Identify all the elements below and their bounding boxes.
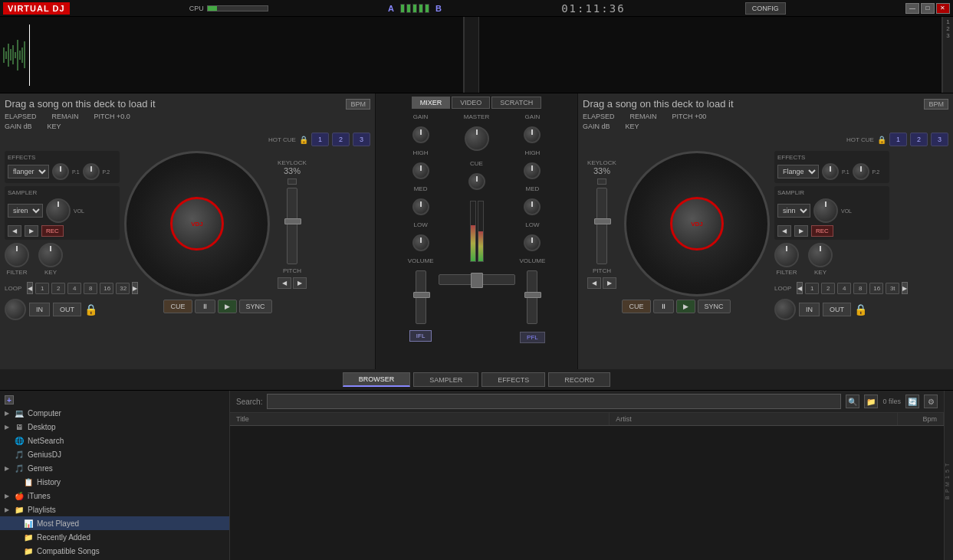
search-input[interactable] xyxy=(267,394,841,409)
right-filter-knob[interactable] xyxy=(774,243,799,267)
waveform-left[interactable] xyxy=(0,17,464,93)
sidebar-item[interactable]: 📊 Most Played xyxy=(0,516,229,530)
left-p1-knob[interactable] xyxy=(52,163,69,180)
left-high-knob[interactable] xyxy=(412,162,429,179)
right-out-button[interactable]: oUT xyxy=(823,303,851,316)
left-sampler-prev[interactable]: ◀ xyxy=(8,225,21,237)
sidebar-item[interactable]: 📋 History xyxy=(0,475,229,489)
right-loop-3t[interactable]: 3t xyxy=(886,283,899,294)
left-vol-knob[interactable] xyxy=(46,198,71,223)
right-loop-16[interactable]: 16 xyxy=(869,283,883,294)
search-icon[interactable]: 🔍 xyxy=(846,395,859,408)
right-sampler-select[interactable]: sinn xyxy=(777,204,810,218)
left-hotcue-2[interactable]: 2 xyxy=(332,133,350,146)
crossfader[interactable] xyxy=(439,274,515,285)
left-pitch-up[interactable]: ▶ xyxy=(293,277,307,289)
left-loop-2[interactable]: 2 xyxy=(51,283,65,294)
left-vol-fader[interactable] xyxy=(416,270,426,324)
sidebar-item[interactable]: 🎵 GeniusDJ xyxy=(0,447,229,461)
right-loop-next[interactable]: ▶ xyxy=(902,282,908,294)
sidebar-item[interactable]: 🌐 NetSearch xyxy=(0,434,229,447)
right-sampler-prev[interactable]: ◀ xyxy=(777,225,791,237)
settings-icon[interactable]: ⚙ xyxy=(924,395,938,408)
right-pitch-up[interactable]: ▶ xyxy=(603,277,616,289)
mixer-tab-video[interactable]: VIDEO xyxy=(452,97,490,109)
col-header-title[interactable]: Title xyxy=(230,413,610,425)
right-pitch-down[interactable]: ◀ xyxy=(587,277,601,289)
right-loop-1[interactable]: 1 xyxy=(805,283,819,294)
sidebar-item[interactable]: ▶ 🍎 iTunes xyxy=(0,489,229,503)
right-hotcue-1[interactable]: 1 xyxy=(889,133,907,146)
cue-knob[interactable] xyxy=(468,173,485,190)
left-low-knob[interactable] xyxy=(412,234,429,251)
left-key-knob[interactable] xyxy=(38,243,63,267)
sidebar-item[interactable]: ▶ 🖥 Desktop xyxy=(0,420,229,434)
left-shift-knob[interactable] xyxy=(5,299,26,320)
left-hotcue-1[interactable]: 1 xyxy=(311,133,329,146)
left-out-button[interactable]: OUT xyxy=(53,303,81,316)
browser-tab-browser[interactable]: BROWSER xyxy=(343,372,411,387)
browser-tab-effects[interactable]: EFFECTS xyxy=(481,372,545,387)
left-hotcue-3[interactable]: 3 xyxy=(353,133,370,146)
right-play-button[interactable]: ▶ xyxy=(676,300,695,313)
right-cue-button[interactable]: CUE xyxy=(622,300,650,313)
right-bpm-button[interactable]: BPM xyxy=(924,99,948,110)
right-in-button[interactable]: IN xyxy=(799,303,820,316)
right-vol-knob[interactable] xyxy=(813,198,838,223)
waveform-scrollbar[interactable]: 1 2 3 xyxy=(942,17,953,93)
mixer-tab-scratch[interactable]: SCRATCH xyxy=(491,97,541,109)
right-loop-2[interactable]: 2 xyxy=(821,283,835,294)
refresh-icon[interactable]: 🔄 xyxy=(905,395,919,408)
left-sampler-next[interactable]: ▶ xyxy=(25,225,38,237)
mixer-tab-mixer[interactable]: MIXER xyxy=(412,97,451,109)
right-turntable[interactable]: VDJ xyxy=(624,151,770,296)
sidebar-add-btn-1[interactable]: + xyxy=(5,395,14,404)
sidebar-item[interactable]: ▶ 📁 Playlists xyxy=(0,503,229,516)
left-med-knob[interactable] xyxy=(412,198,429,215)
waveform-right[interactable] xyxy=(479,17,943,93)
left-loop-4[interactable]: 4 xyxy=(67,283,81,294)
config-button[interactable]: CONFIG xyxy=(745,2,786,15)
right-fx-select[interactable]: Flange xyxy=(777,165,819,178)
right-pfl-button[interactable]: PFL xyxy=(520,332,545,343)
right-med-knob[interactable] xyxy=(524,198,541,215)
right-p1-knob[interactable] xyxy=(822,163,839,180)
left-p2-knob[interactable] xyxy=(83,163,100,180)
left-loop-prev[interactable]: ◀ xyxy=(27,282,33,294)
sidebar-item[interactable]: 📁 Compatible Songs xyxy=(0,544,229,558)
left-fx-select[interactable]: flanger xyxy=(8,165,49,178)
maximize-button[interactable]: □ xyxy=(921,3,935,14)
right-loop-4[interactable]: 4 xyxy=(837,283,851,294)
close-button[interactable]: ✕ xyxy=(936,3,950,14)
browser-tab-record[interactable]: RECORD xyxy=(548,372,610,387)
col-header-bpm[interactable]: Bpm xyxy=(898,413,944,425)
left-pause-button[interactable]: ⏸ xyxy=(195,300,215,313)
col-header-artist[interactable]: Artist xyxy=(610,413,898,425)
left-loop-8[interactable]: 8 xyxy=(84,283,97,294)
right-low-knob[interactable] xyxy=(524,234,541,251)
folder-icon[interactable]: 📁 xyxy=(864,395,878,408)
right-hotcue-3[interactable]: 3 xyxy=(931,133,948,146)
sidebar-item[interactable]: ▶ 🎵 Genres xyxy=(0,461,229,475)
left-cue-button[interactable]: CUE xyxy=(163,300,192,313)
left-pitch-fader[interactable] xyxy=(287,188,297,264)
left-play-button[interactable]: ▶ xyxy=(218,300,237,313)
left-bpm-button[interactable]: BPM xyxy=(346,99,370,110)
right-key-knob[interactable] xyxy=(808,243,833,267)
left-loop-16[interactable]: 16 xyxy=(100,283,113,294)
sidebar-item[interactable]: ▶ 💻 Computer xyxy=(0,406,229,420)
left-ifl-button[interactable]: IFL xyxy=(409,330,432,342)
left-pitch-down[interactable]: ◀ xyxy=(278,277,291,289)
browser-tab-sampler[interactable]: SAMPLER xyxy=(413,372,478,387)
left-turntable[interactable]: VDJ xyxy=(124,151,270,296)
right-loop-prev[interactable]: ◀ xyxy=(797,282,803,294)
right-high-knob[interactable] xyxy=(524,162,541,179)
right-rec-button[interactable]: REC xyxy=(811,225,833,237)
right-vol-fader[interactable] xyxy=(527,270,537,324)
left-filter-knob[interactable] xyxy=(5,243,29,267)
left-sync-button[interactable]: SYNC xyxy=(239,300,272,313)
sidebar-item[interactable]: 📁 Recently Added xyxy=(0,530,229,544)
right-p2-knob[interactable] xyxy=(853,163,869,180)
minimize-button[interactable]: — xyxy=(905,3,919,14)
left-gain-knob[interactable] xyxy=(412,126,429,143)
